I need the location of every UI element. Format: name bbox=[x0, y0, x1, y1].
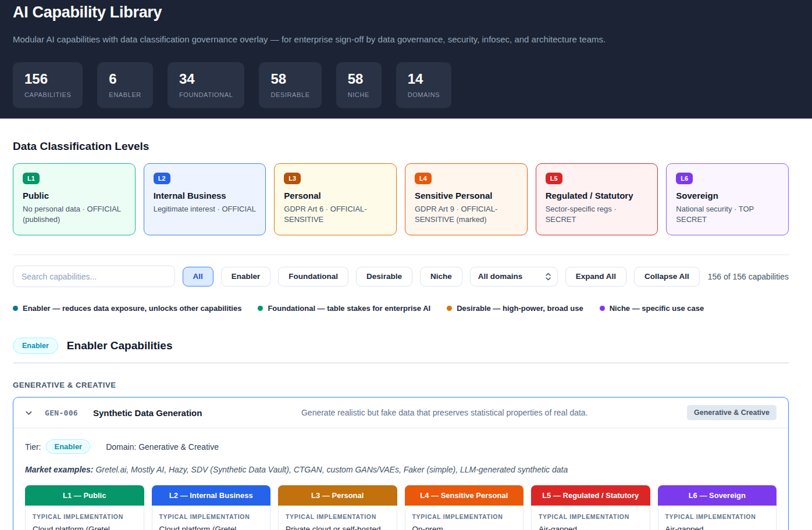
filter-button-all[interactable]: All bbox=[183, 267, 213, 287]
level-name: Sensitive Personal bbox=[415, 191, 518, 200]
implementation-label: TYPICAL IMPLEMENTATION bbox=[286, 513, 390, 520]
implementation-text: Cloud platform (Gretel, Mostly bbox=[159, 524, 263, 530]
capability-card: GEN-006 Synthetic Data Generation Genera… bbox=[13, 397, 789, 530]
capability-header[interactable]: GEN-006 Synthetic Data Generation Genera… bbox=[13, 398, 788, 428]
legend-label: Foundational — table stakes for enterpri… bbox=[268, 304, 430, 313]
level-desc: Legitimate interest · OFFICIAL bbox=[154, 204, 257, 214]
filter-button-foundational[interactable]: Foundational bbox=[278, 267, 348, 287]
level-desc: No personal data · OFFICIAL (published) bbox=[23, 204, 126, 225]
tier-legend: Enabler — reduces data exposure, unlocks… bbox=[13, 304, 789, 313]
level-badge: L5 bbox=[546, 173, 562, 184]
stat-card-foundational: 34 FOUNDATIONAL bbox=[168, 62, 245, 108]
niche-dot-icon bbox=[600, 306, 605, 311]
stat-card-capabilities: 156 CAPABILITIES bbox=[13, 62, 83, 108]
level-name: Public bbox=[23, 191, 126, 200]
capabilities-count: 156 of 156 capabilities bbox=[708, 272, 789, 281]
filter-button-desirable[interactable]: Desirable bbox=[356, 267, 412, 287]
level-name: Regulated / Statutory bbox=[546, 191, 649, 200]
page-title: AI Capability Library bbox=[13, 2, 789, 22]
collapse-all-button[interactable]: Collapse All bbox=[634, 267, 700, 287]
stat-value: 14 bbox=[408, 71, 440, 87]
legend-item-niche: Niche — specific use case bbox=[600, 304, 704, 313]
stat-value: 34 bbox=[179, 71, 233, 87]
implementation-column-header: L2 — Internal Business bbox=[152, 485, 271, 506]
stat-label: CAPABILITIES bbox=[24, 91, 71, 98]
implementation-column-body: TYPICAL IMPLEMENTATION Cloud platform (G… bbox=[25, 506, 144, 530]
implementation-column-body: TYPICAL IMPLEMENTATION Cloud platform (G… bbox=[152, 506, 271, 530]
implementation-column-header: L6 — Sovereign bbox=[658, 485, 777, 506]
level-desc: GDPR Art 9 · OFFICIAL-SENSITIVE (marked) bbox=[415, 204, 518, 225]
stat-card-niche: 58 NICHE bbox=[336, 62, 382, 108]
classification-card-l6: L6 Sovereign National security · TOP SEC… bbox=[666, 163, 789, 235]
implementation-column-body: TYPICAL IMPLEMENTATION Private cloud or … bbox=[278, 506, 397, 530]
stat-card-domains: 14 DOMAINS bbox=[396, 62, 452, 108]
implementation-text: Private cloud or self-hosted bbox=[286, 524, 390, 530]
legend-label: Niche — specific use case bbox=[610, 304, 704, 313]
foundational-dot-icon bbox=[258, 306, 263, 311]
capability-summary: Generate realistic but fake data that pr… bbox=[202, 408, 687, 417]
tier-section-title: Enabler Capabilities bbox=[67, 339, 173, 352]
filter-button-enabler[interactable]: Enabler bbox=[221, 267, 271, 287]
domain-select[interactable]: All domains bbox=[470, 267, 558, 287]
classification-card-l1: L1 Public No personal data · OFFICIAL (p… bbox=[13, 163, 136, 235]
level-desc: GDPR Art 6 · OFFICIAL-SENSITIVE bbox=[284, 204, 387, 225]
stat-value: 156 bbox=[24, 71, 71, 87]
capability-name: Synthetic Data Generation bbox=[93, 408, 202, 418]
classification-card-l2: L2 Internal Business Legitimate interest… bbox=[144, 163, 266, 235]
implementation-label: TYPICAL IMPLEMENTATION bbox=[412, 513, 517, 520]
tier-section-divider bbox=[13, 363, 789, 363]
capability-domain-badge: Generative & Creative bbox=[687, 405, 777, 420]
level-badge: L1 bbox=[23, 173, 40, 184]
legend-item-enabler: Enabler — reduces data exposure, unlocks… bbox=[13, 304, 241, 313]
legend-item-desirable: Desirable — high-power, broad use bbox=[447, 304, 583, 313]
level-name: Sovereign bbox=[676, 191, 779, 200]
chevron-up-down-icon bbox=[545, 272, 551, 281]
implementation-column-l1: L1 — Public TYPICAL IMPLEMENTATION Cloud… bbox=[25, 485, 144, 530]
implementation-column-l2: L2 — Internal Business TYPICAL IMPLEMENT… bbox=[152, 485, 271, 530]
stat-card-desirable: 58 DESIRABLE bbox=[259, 62, 321, 108]
implementation-label: TYPICAL IMPLEMENTATION bbox=[539, 513, 643, 520]
stat-label: DESIRABLE bbox=[270, 91, 309, 98]
level-badge: L6 bbox=[676, 173, 693, 184]
level-badge: L4 bbox=[415, 173, 432, 184]
tier-badge: Enabler bbox=[13, 338, 58, 354]
capability-tier-pill: Enabler bbox=[46, 439, 90, 454]
domain-select-value: All domains bbox=[478, 272, 523, 281]
stat-label: FOUNDATIONAL bbox=[179, 91, 233, 98]
stat-card-enabler: 6 ENABLER bbox=[97, 62, 153, 108]
implementation-column-body: TYPICAL IMPLEMENTATION Air-gapped bbox=[658, 506, 777, 530]
implementation-label: TYPICAL IMPLEMENTATION bbox=[665, 513, 770, 520]
implementation-column-header: L5 — Regulated / Statutory bbox=[531, 485, 650, 506]
search-input[interactable] bbox=[13, 266, 175, 287]
level-badge: L2 bbox=[154, 173, 170, 184]
classification-grid: L1 Public No personal data · OFFICIAL (p… bbox=[13, 163, 789, 235]
toolbar-divider bbox=[13, 255, 789, 255]
main-content: Data Classification Levels L1 Public No … bbox=[0, 140, 812, 530]
implementation-column-header: L3 — Personal bbox=[278, 485, 397, 506]
implementation-column-body: TYPICAL IMPLEMENTATION Air-gapped bbox=[531, 506, 650, 530]
expand-all-button[interactable]: Expand All bbox=[565, 267, 626, 287]
implementation-label: TYPICAL IMPLEMENTATION bbox=[33, 513, 137, 520]
classification-card-l5: L5 Regulated / Statutory Sector-specific… bbox=[536, 163, 658, 235]
filter-button-niche[interactable]: Niche bbox=[420, 267, 462, 287]
implementation-text: On-prem bbox=[412, 524, 517, 530]
capability-meta-row: Tier: Enabler Domain: Generative & Creat… bbox=[25, 439, 777, 454]
implementation-column-header: L1 — Public bbox=[25, 485, 144, 506]
classification-card-l3: L3 Personal GDPR Art 6 · OFFICIAL-SENSIT… bbox=[274, 163, 397, 235]
chevron-down-icon[interactable] bbox=[25, 409, 33, 417]
implementation-column-l6: L6 — Sovereign TYPICAL IMPLEMENTATION Ai… bbox=[658, 485, 777, 530]
legend-item-foundational: Foundational — table stakes for enterpri… bbox=[258, 304, 430, 313]
level-badge: L3 bbox=[284, 173, 301, 184]
enabler-dot-icon bbox=[13, 306, 18, 311]
stat-label: DOMAINS bbox=[408, 91, 440, 98]
market-examples-row: Market examples: Gretel.ai, Mostly AI, H… bbox=[25, 465, 777, 474]
level-name: Internal Business bbox=[154, 191, 257, 200]
implementation-grid: L1 — Public TYPICAL IMPLEMENTATION Cloud… bbox=[25, 485, 777, 530]
stat-value: 6 bbox=[109, 71, 141, 87]
tier-section-header: Enabler Enabler Capabilities bbox=[13, 338, 789, 354]
page-subtitle: Modular AI capabilities with data classi… bbox=[13, 34, 789, 44]
page-header: AI Capability Library Modular AI capabil… bbox=[0, 0, 812, 119]
tier-label: Tier: bbox=[25, 442, 41, 452]
toolbar: All Enabler Foundational Desirable Niche… bbox=[13, 266, 789, 287]
implementation-column-body: TYPICAL IMPLEMENTATION On-prem bbox=[405, 506, 524, 530]
